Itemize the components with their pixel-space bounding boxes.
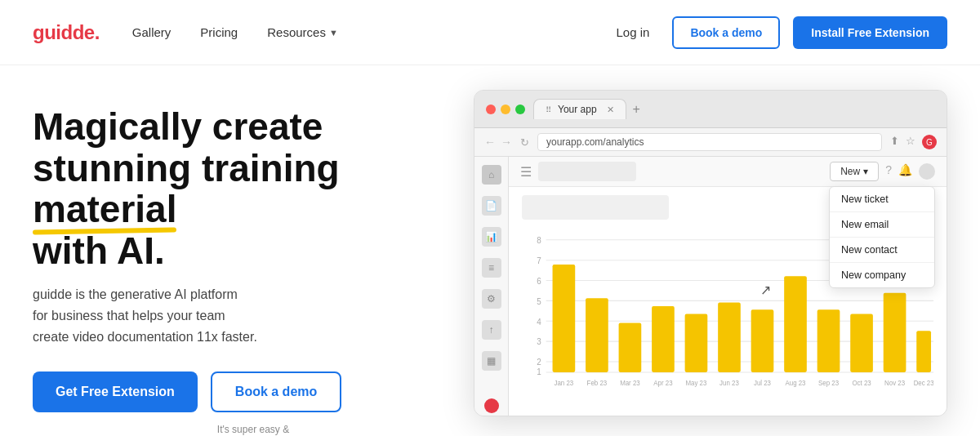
- svg-rect-27: [916, 331, 931, 372]
- dropdown-new-company[interactable]: New company: [830, 263, 934, 287]
- sidebar-upload-icon[interactable]: ↑: [482, 320, 501, 340]
- user-icon-circle[interactable]: [919, 163, 935, 180]
- nav-arrows: ← →: [484, 136, 512, 149]
- back-icon[interactable]: ←: [484, 136, 496, 149]
- nav-links: Gallery Pricing Resources ▼: [132, 25, 338, 39]
- svg-rect-19: [652, 306, 675, 372]
- svg-rect-18: [619, 323, 642, 372]
- svg-rect-24: [817, 309, 840, 372]
- new-dropdown-menu: New ticket New email New contact New com…: [829, 186, 935, 288]
- install-extension-button[interactable]: Install Free Extension: [793, 16, 947, 49]
- sidebar-chart-icon[interactable]: 📊: [482, 227, 501, 247]
- user-avatar-icon[interactable]: G: [922, 135, 937, 149]
- traffic-light-green[interactable]: [515, 105, 525, 114]
- sidebar-settings-icon[interactable]: ⚙: [482, 289, 501, 309]
- hero-title: Magically create stunning training mater…: [33, 106, 474, 271]
- dropdown-new-email[interactable]: New email: [830, 212, 934, 238]
- svg-text:Oct 23: Oct 23: [852, 380, 871, 387]
- svg-text:Jul 23: Jul 23: [754, 380, 771, 387]
- traffic-light-red[interactable]: [486, 105, 496, 114]
- sidebar-table-icon[interactable]: ▦: [482, 351, 501, 371]
- browser-titlebar: ⠿ Your app ✕ +: [474, 91, 947, 128]
- get-free-extension-button[interactable]: Get Free Extension: [33, 371, 198, 412]
- app-main: ☰ New ▾ ? 🔔: [509, 157, 947, 416]
- tab-close-icon[interactable]: ✕: [607, 105, 614, 115]
- hero-buttons: Get Free Extension Book a demo: [33, 371, 474, 412]
- svg-rect-21: [718, 303, 741, 372]
- new-tab-icon[interactable]: +: [633, 102, 640, 117]
- browser-tab-active[interactable]: ⠿ Your app ✕: [533, 99, 626, 119]
- app-content: ⌂ 📄 📊 ≡ ⚙ ↑ ▦ ☰: [474, 157, 947, 416]
- tab-label: Your app: [558, 104, 597, 115]
- svg-rect-26: [884, 293, 906, 372]
- nav-resources[interactable]: Resources ▼: [267, 25, 338, 39]
- svg-text:2: 2: [537, 358, 541, 367]
- book-demo-button-hero[interactable]: Book a demo: [211, 371, 341, 412]
- svg-rect-20: [685, 314, 708, 372]
- navbar: guidde. Gallery Pricing Resources ▼ Log …: [0, 0, 980, 65]
- tab-bar: ⠿ Your app ✕ +: [533, 99, 935, 119]
- hero-section: Magically create stunning training mater…: [0, 65, 980, 436]
- sidebar-docs-icon[interactable]: 📄: [482, 196, 501, 216]
- svg-text:Dec 23: Dec 23: [914, 380, 933, 387]
- nav-gallery[interactable]: Gallery: [132, 25, 172, 39]
- svg-text:1: 1: [537, 367, 541, 376]
- logo[interactable]: guidde.: [33, 21, 100, 44]
- new-dropdown-button[interactable]: New ▾: [830, 162, 879, 181]
- forward-icon[interactable]: →: [501, 136, 512, 149]
- traffic-lights: [486, 105, 525, 114]
- chevron-down-icon: ▼: [329, 28, 338, 38]
- app-toolbar: ☰ New ▾ ? 🔔: [509, 157, 947, 187]
- svg-text:Aug 23: Aug 23: [786, 380, 806, 387]
- login-button[interactable]: Log in: [607, 19, 660, 46]
- address-bar[interactable]: yourapp.com/analytics: [537, 133, 882, 151]
- svg-text:↗: ↗: [760, 282, 771, 298]
- hamburger-icon[interactable]: ☰: [520, 164, 532, 180]
- svg-rect-17: [586, 298, 608, 372]
- bell-icon[interactable]: 🔔: [898, 163, 912, 180]
- sidebar-home-icon[interactable]: ⌂: [482, 165, 501, 185]
- toolbar-icons: ? 🔔: [885, 163, 935, 180]
- svg-text:Jan 23: Jan 23: [555, 380, 574, 387]
- svg-text:Feb 23: Feb 23: [587, 380, 608, 387]
- record-button-icon[interactable]: [484, 398, 499, 413]
- book-demo-button-nav[interactable]: Book a demo: [672, 16, 780, 49]
- svg-text:Apr 23: Apr 23: [653, 380, 673, 387]
- svg-text:May 23: May 23: [686, 380, 707, 387]
- hero-left: Magically create stunning training mater…: [33, 98, 474, 436]
- app-sidebar: ⌂ 📄 📊 ≡ ⚙ ↑ ▦: [474, 157, 509, 416]
- bookmark-icon[interactable]: ☆: [906, 135, 915, 149]
- svg-text:4: 4: [537, 317, 541, 326]
- toolbar-right: New ▾ ? 🔔: [830, 162, 935, 181]
- chart-header: [522, 195, 669, 220]
- toolbar-left: ☰: [520, 162, 636, 181]
- dropdown-new-ticket[interactable]: New ticket: [830, 187, 934, 212]
- nav-pricing[interactable]: Pricing: [200, 25, 238, 39]
- traffic-light-yellow[interactable]: [501, 105, 510, 114]
- svg-rect-22: [751, 309, 774, 372]
- svg-text:3: 3: [537, 337, 541, 346]
- svg-rect-23: [784, 276, 807, 372]
- hero-description: guidde is the generative AI platform for…: [33, 284, 474, 347]
- browser-mockup: ⠿ Your app ✕ + ← → ↻ yourapp.com/analyti…: [474, 90, 947, 416]
- sidebar-list-icon[interactable]: ≡: [482, 258, 501, 278]
- svg-text:6: 6: [537, 276, 541, 285]
- nav-right: Log in Book a demo Install Free Extensio…: [607, 16, 948, 49]
- svg-text:Jun 23: Jun 23: [719, 380, 739, 387]
- browser-toolbar-icons: ⬆ ☆ G: [890, 135, 937, 149]
- svg-rect-16: [553, 265, 576, 372]
- hero-subtext: It's super easy & no credit card require…: [33, 422, 474, 436]
- svg-text:8: 8: [537, 236, 541, 245]
- share-icon[interactable]: ⬆: [890, 135, 899, 149]
- question-icon[interactable]: ?: [885, 163, 892, 180]
- refresh-icon[interactable]: ↻: [520, 136, 529, 149]
- toolbar-search-bar[interactable]: [538, 162, 636, 181]
- nav-left: guidde. Gallery Pricing Resources ▼: [33, 21, 338, 44]
- svg-text:Mar 23: Mar 23: [620, 380, 640, 387]
- hero-right: ⠿ Your app ✕ + ← → ↻ yourapp.com/analyti…: [474, 90, 947, 416]
- svg-text:7: 7: [537, 256, 541, 265]
- dropdown-new-contact[interactable]: New contact: [830, 238, 934, 263]
- svg-text:Sep 23: Sep 23: [818, 380, 839, 387]
- svg-text:5: 5: [537, 296, 541, 305]
- tab-grid-icon: ⠿: [546, 105, 551, 114]
